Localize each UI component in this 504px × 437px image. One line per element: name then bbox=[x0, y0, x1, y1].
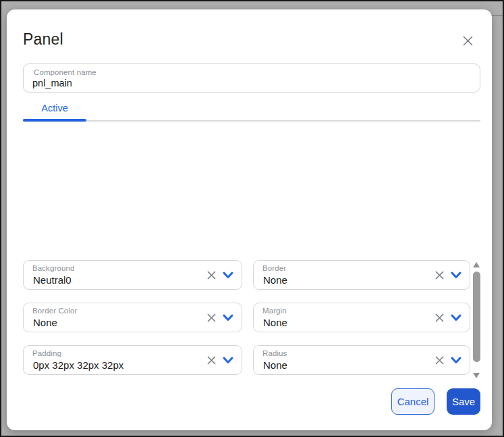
panel-dialog: Panel Component name pnl_main Active Bac… bbox=[7, 9, 492, 430]
clear-icon[interactable] bbox=[206, 355, 217, 366]
clear-icon[interactable] bbox=[434, 355, 445, 366]
select-field-margin[interactable]: Margin None bbox=[253, 303, 470, 332]
clear-icon[interactable] bbox=[434, 312, 445, 324]
select-field-radius[interactable]: Radius None bbox=[253, 345, 470, 375]
chevron-down-icon[interactable] bbox=[222, 356, 233, 365]
chevron-down-icon[interactable] bbox=[450, 313, 461, 322]
field-value: None bbox=[263, 359, 287, 371]
dialog-title: Panel bbox=[23, 30, 63, 48]
clear-icon[interactable] bbox=[206, 269, 217, 281]
field-value: None bbox=[263, 317, 287, 328]
field-value: None bbox=[33, 317, 57, 328]
field-label: Margin bbox=[262, 307, 287, 315]
select-field-background[interactable]: Background Neutral0 bbox=[23, 260, 242, 290]
component-name-value: pnl_main bbox=[32, 78, 72, 88]
field-value: 0px 32px 32px 32px bbox=[33, 359, 123, 371]
field-label: Background bbox=[32, 264, 74, 272]
field-label: Border Color bbox=[32, 307, 77, 315]
field-label: Radius bbox=[262, 349, 287, 357]
screen-backdrop: Panel Component name pnl_main Active Bac… bbox=[0, 0, 504, 437]
chevron-down-icon[interactable] bbox=[450, 271, 461, 280]
scrollbar-down-arrow-icon[interactable] bbox=[473, 373, 480, 378]
tab-active[interactable]: Active bbox=[23, 99, 86, 117]
select-field-border[interactable]: Border None bbox=[253, 260, 470, 290]
component-name-label: Component name bbox=[34, 68, 96, 76]
clear-icon[interactable] bbox=[206, 312, 217, 324]
cancel-button[interactable]: Cancel bbox=[391, 388, 435, 415]
close-icon bbox=[462, 35, 474, 47]
component-name-field[interactable]: Component name pnl_main bbox=[23, 63, 480, 93]
scrollbar-up-arrow-icon[interactable] bbox=[473, 262, 480, 267]
chevron-down-icon[interactable] bbox=[222, 271, 233, 280]
scrollbar-thumb[interactable] bbox=[473, 272, 480, 362]
chevron-down-icon[interactable] bbox=[222, 313, 233, 322]
form-scrollbar[interactable] bbox=[472, 261, 481, 380]
field-label: Padding bbox=[32, 349, 61, 357]
field-label: Border bbox=[262, 264, 286, 272]
background-page-line bbox=[491, 15, 504, 16]
close-button[interactable] bbox=[458, 31, 477, 50]
chevron-down-icon[interactable] bbox=[450, 356, 461, 365]
field-value: Neutral0 bbox=[33, 274, 72, 286]
select-field-padding[interactable]: Padding 0px 32px 32px 32px bbox=[23, 345, 242, 375]
tab-bar-track bbox=[23, 120, 480, 122]
clear-icon[interactable] bbox=[434, 269, 445, 281]
field-value: None bbox=[263, 274, 287, 286]
save-button[interactable]: Save bbox=[447, 388, 480, 415]
tab-active-indicator bbox=[23, 119, 86, 122]
select-field-border-color[interactable]: Border Color None bbox=[23, 303, 242, 332]
